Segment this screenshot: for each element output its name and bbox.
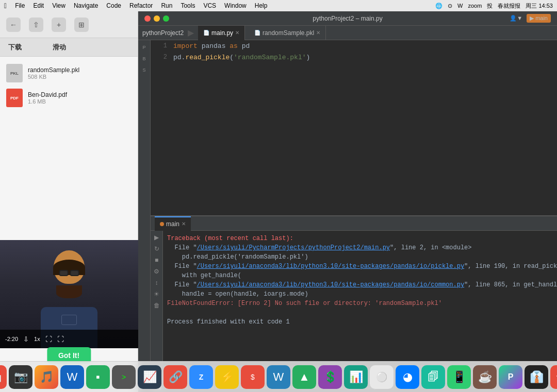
dock-camera[interactable]: 📷 [9, 365, 32, 389]
finder-header: 下载 滑动 [0, 38, 138, 57]
menu-window[interactable]: Window [224, 2, 247, 9]
glass-left [59, 270, 69, 276]
menu-code[interactable]: Code [106, 2, 121, 9]
pkl-tab-icon: 📄 [254, 30, 260, 36]
minimize-button[interactable] [154, 15, 160, 22]
finder-toolbar: ← ⇧ + ⊞ [0, 11, 138, 38]
file-item-pdf[interactable]: PDF Ben-David.pdf 1.6 MB [0, 86, 138, 110]
branch-indicator[interactable]: ▶ main [527, 14, 551, 23]
menubar-input-icon[interactable]: 投 [487, 2, 493, 10]
pdf-icon: PDF [6, 89, 23, 107]
dock-terminal2[interactable]: > [112, 365, 136, 389]
run-clear-btn[interactable]: 🗑 [152, 301, 161, 310]
ide-title: pythonProject2 – main.py [313, 15, 382, 22]
close-button[interactable] [144, 15, 151, 22]
dock-tie[interactable]: 👔 [525, 365, 548, 389]
dock-coffee[interactable]: ☕ [473, 365, 497, 389]
back-btn[interactable]: ← [6, 18, 21, 32]
add-btn[interactable]: + [52, 18, 66, 32]
main-py-label: main.py [211, 29, 233, 37]
dock-zoom[interactable]: Z [189, 365, 213, 389]
dock-calendar[interactable]: 📅 [0, 365, 7, 389]
trace-link-3[interactable]: /Users/siyuli/anaconda3/lib/python3.10/s… [197, 281, 464, 288]
ide-content: 1 import pandas as pd 2 pd.read_pickl [151, 40, 557, 392]
file-info-pkl: randomSample.pkl 508 KB [28, 66, 79, 80]
dock-green[interactable]: ▪ [86, 365, 110, 389]
tab-main-py[interactable]: 📄 main.py ✕ [198, 26, 245, 40]
dock-red[interactable]: $ [241, 365, 265, 389]
structure-icon[interactable]: S [139, 65, 150, 75]
keyword-import: import [173, 42, 198, 50]
apple-menu[interactable]:  [4, 2, 7, 10]
share-btn[interactable]: ⇧ [29, 18, 43, 32]
bookmarks-icon[interactable]: B [139, 54, 150, 64]
dock-finance[interactable]: 💲 [318, 365, 342, 389]
video-download-btn[interactable]: ⇩ [23, 335, 29, 343]
dock-safari[interactable]: ◕ [396, 365, 419, 389]
video-controls: -2:20 ⇩ 1x ⛶ ⛶ [0, 330, 138, 348]
trace-line-2: pd.read_pickle('randomSample.pkl') [167, 252, 553, 262]
menu-run[interactable]: Run [161, 2, 172, 9]
run-tab-main[interactable]: main ✕ [155, 216, 191, 231]
run-tab-close[interactable]: ✕ [182, 221, 186, 227]
grid-btn[interactable]: ⊞ [74, 18, 89, 32]
trace-link-1[interactable]: /Users/siyuli/PycharmProjects/pythonProj… [197, 244, 390, 251]
tab-close-main[interactable]: ✕ [235, 30, 239, 36]
menu-view[interactable]: View [52, 2, 65, 9]
dock-eye[interactable]: 👁 [550, 365, 557, 389]
file-item-pkl[interactable]: PKL randomSample.pkl 508 KB [0, 61, 138, 86]
video-expand-btn[interactable]: ⛶ [57, 335, 64, 343]
menu-refactor[interactable]: Refactor [129, 2, 153, 9]
dock-music[interactable]: 🎵 [35, 365, 58, 389]
menu-file[interactable]: File [15, 2, 25, 9]
mac-dock: 🔍 📱 📅 📷 🎵 W ▪ > 📈 🔗 Z ⚡ $ W ▲ 💲 📊 ⚪ ◕ 🗐 … [0, 361, 557, 392]
run-play-btn[interactable]: ▶ [152, 233, 161, 242]
video-pip-btn[interactable]: ⛶ [45, 335, 52, 343]
dock-pycharm[interactable]: P [499, 365, 522, 389]
dock-phone[interactable]: 📱 [447, 365, 471, 389]
tab-randomsample[interactable]: 📄 randomSample.pkl ✕ [249, 26, 326, 40]
run-tabs: main ✕ [151, 216, 557, 231]
menu-vcs[interactable]: VCS [203, 2, 216, 9]
trace-line-3: File "/Users/siyuli/anaconda3/lib/python… [167, 262, 553, 271]
menubar-lang-icon[interactable]: 🌐 [435, 3, 443, 9]
dock-msg[interactable]: 🗐 [421, 365, 445, 389]
run-scroll-btn[interactable]: ↕ [152, 278, 161, 287]
dock-stocks[interactable]: 📈 [138, 365, 161, 389]
dock-bolt[interactable]: ⚡ [215, 365, 239, 389]
trace-link-2[interactable]: /Users/siyuli/anaconda3/lib/python3.10/s… [197, 263, 464, 270]
menubar-wifi-icon[interactable]: ⊙ [448, 3, 452, 9]
run-settings-btn[interactable]: ⚙ [152, 267, 161, 276]
menu-help[interactable]: Help [255, 2, 268, 9]
dock-android[interactable]: ▲ [292, 365, 316, 389]
run-stop-btn[interactable]: ■ [152, 255, 161, 265]
code-editor[interactable]: 1 import pandas as pd 2 pd.read_pickl [151, 40, 557, 215]
run-filter-btn[interactable]: ☀ [152, 289, 161, 299]
dock-blue-w[interactable]: W [267, 365, 290, 389]
menu-edit[interactable]: Edit [33, 2, 44, 9]
ide-projectbar: pythonProject2 ▶ 📄 main.py ✕ 📄 randomSam… [138, 26, 557, 40]
run-panel: main ✕ ▶ ↻ ■ ⚙ ↕ ☀ 🗑 Tracebac [151, 215, 557, 366]
menu-navigate[interactable]: Navigate [74, 2, 98, 9]
menubar-w-icon[interactable]: W [457, 3, 463, 9]
run-output: Traceback (most recent call last): File … [163, 231, 557, 366]
tab-close-pkl[interactable]: ✕ [316, 30, 320, 36]
dock-word[interactable]: W [60, 365, 84, 389]
person-beard [56, 285, 82, 298]
str-filename: 'randomSample.pkl' [234, 54, 306, 61]
line-num-2: 2 [153, 54, 167, 61]
dock-chart[interactable]: 📊 [344, 365, 368, 389]
run-rerun-btn[interactable]: ↻ [152, 244, 161, 253]
video-speed: 1x [34, 336, 40, 342]
error-line: FileNotFoundError: [Errno 2] No such fil… [167, 299, 553, 308]
pkl-filesize: 508 KB [28, 74, 79, 80]
menubar-ime[interactable]: 春就报报 [498, 2, 520, 10]
ide-left-gutter: P B S [138, 40, 151, 392]
dock-chrome[interactable]: ⚪ [370, 365, 394, 389]
project-panel-icon[interactable]: P [139, 42, 150, 53]
maximize-button[interactable] [163, 15, 169, 22]
menubar:  File Edit View Navigate Code Refactor … [0, 0, 557, 11]
menu-tools[interactable]: Tools [181, 2, 195, 9]
dock-pdf[interactable]: 🔗 [163, 365, 187, 389]
user-icon[interactable]: 👤▼ [510, 15, 522, 22]
